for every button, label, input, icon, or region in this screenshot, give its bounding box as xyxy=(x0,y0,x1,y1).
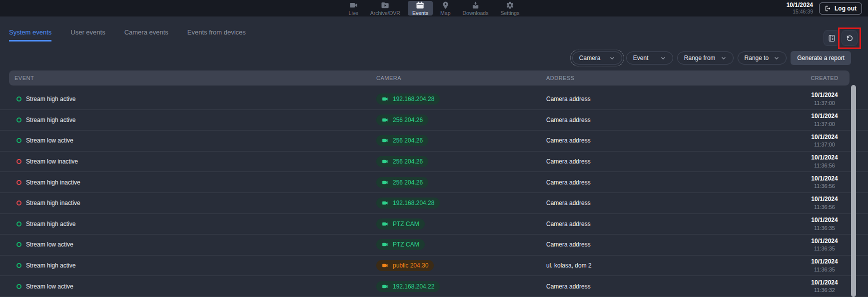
created-cell: 10/1/2024 11:36:56 xyxy=(790,152,860,172)
table-row[interactable]: Stream low inactive 256 204.26 Camera ad… xyxy=(0,152,868,172)
tab-user-events[interactable]: User events xyxy=(70,28,105,42)
event-cell: Stream high active xyxy=(16,110,75,130)
camera-cell: 256 204.26 xyxy=(376,152,428,172)
camera-name: 256 204.26 xyxy=(393,179,423,186)
map-pin-icon xyxy=(441,1,450,10)
camera-address: Camera address xyxy=(546,193,591,214)
nav-item-downloads[interactable]: Downloads xyxy=(458,0,493,16)
nav-item-events[interactable]: Events xyxy=(408,1,433,16)
table-row[interactable]: Stream low active 192.168.204.22 Camera … xyxy=(0,276,868,297)
table-row[interactable]: Stream low active 256 204.26 Camera addr… xyxy=(0,130,868,152)
camera-badge[interactable]: PTZ CAM xyxy=(376,239,425,250)
current-date: 10/1/2024 xyxy=(787,2,813,8)
table-row[interactable]: Stream high inactive 256 204.26 Camera a… xyxy=(0,172,868,193)
report-view-button[interactable] xyxy=(824,30,840,46)
table-row[interactable]: Stream high active 256 204.26 Camera add… xyxy=(0,110,868,131)
created-cell: 10/1/2024 11:36:32 xyxy=(790,276,860,296)
nav-label: Live xyxy=(349,10,358,16)
camera-name: 192.168.204.28 xyxy=(393,96,434,102)
camera-badge[interactable]: public 204.30 xyxy=(376,260,434,271)
range-from-label: Range from xyxy=(684,54,716,62)
created-date: 10/1/2024 xyxy=(811,196,838,204)
nav-item-live[interactable]: Live xyxy=(344,0,363,16)
created-time: 11:36:56 xyxy=(814,162,835,169)
logout-label: Log out xyxy=(835,5,857,12)
table-row[interactable]: Stream high active 192.168.204.28 Camera… xyxy=(0,89,868,110)
camera-badge[interactable]: PTZ CAM xyxy=(376,218,425,230)
nav-item-archive-dvr[interactable]: Archive/DVR xyxy=(366,0,405,16)
logout-icon xyxy=(825,5,832,12)
logout-button[interactable]: Log out xyxy=(819,2,862,14)
table-header: EVENT CAMERA ADDRESS CREATED xyxy=(9,70,850,86)
camera-cell: 256 204.26 xyxy=(376,130,428,151)
nav-item-settings[interactable]: Settings xyxy=(496,0,524,16)
refresh-button[interactable] xyxy=(842,30,858,46)
event-filter-label: Event xyxy=(633,54,649,62)
camera-name: public 204.30 xyxy=(393,262,428,269)
camera-badge[interactable]: 192.168.204.28 xyxy=(376,198,440,208)
event-filter-dropdown[interactable]: Event xyxy=(626,52,673,64)
camera-filter-label: Camera xyxy=(579,54,601,62)
created-date: 10/1/2024 xyxy=(811,92,838,100)
camera-name: PTZ CAM xyxy=(393,220,419,228)
event-cell: Stream high active xyxy=(16,256,75,276)
camera-address: Camera address xyxy=(546,276,591,296)
camera-cell: PTZ CAM xyxy=(376,234,425,255)
camera-address: Camera address xyxy=(546,152,591,172)
range-to-dropdown[interactable]: Range to xyxy=(738,52,787,64)
camera-address: Camera address xyxy=(546,89,591,110)
status-icon xyxy=(16,242,21,247)
camera-cell: 192.168.204.28 xyxy=(376,89,440,110)
table-row[interactable]: Stream low active PTZ CAM Camera address… xyxy=(0,234,868,256)
camera-name: 256 204.26 xyxy=(393,158,423,165)
created-cell: 10/1/2024 11:37:00 xyxy=(790,130,860,151)
camera-name: 256 204.26 xyxy=(393,116,423,124)
camera-badge[interactable]: 192.168.204.22 xyxy=(376,281,440,292)
created-time: 11:37:00 xyxy=(814,100,835,106)
tab-camera-events[interactable]: Camera events xyxy=(124,28,168,42)
chevron-down-icon xyxy=(609,55,615,61)
camera-name: 192.168.204.22 xyxy=(393,283,434,290)
tab-system-events[interactable]: System events xyxy=(9,28,51,42)
topbar-right: 10/1/2024 15:46:39 Log out xyxy=(787,0,862,16)
camera-address: Camera address xyxy=(546,234,591,255)
camera-name: 192.168.204.28 xyxy=(393,200,434,206)
camera-badge[interactable]: 256 204.26 xyxy=(376,135,428,146)
tab-events-from-devices[interactable]: Events from devices xyxy=(187,28,246,42)
camera-cell: 192.168.204.28 xyxy=(376,193,440,214)
created-date: 10/1/2024 xyxy=(811,134,838,142)
table-body: Stream high active 192.168.204.28 Camera… xyxy=(0,89,868,297)
status-icon xyxy=(16,138,21,143)
nav-item-map[interactable]: Map xyxy=(436,0,455,16)
camera-icon xyxy=(382,137,389,144)
camera-filter-dropdown[interactable]: Camera xyxy=(572,52,622,64)
event-cell: Stream high active xyxy=(16,214,75,234)
refresh-icon xyxy=(846,34,854,42)
event-cell: Stream low inactive xyxy=(16,152,78,172)
filters-row: Camera Event Range from Range to Generat… xyxy=(0,48,868,68)
download-icon xyxy=(471,1,480,10)
gear-icon xyxy=(506,1,514,10)
camera-badge[interactable]: 256 204.26 xyxy=(376,156,428,167)
nav-label: Archive/DVR xyxy=(370,10,400,16)
range-to-label: Range to xyxy=(745,54,769,62)
range-from-dropdown[interactable]: Range from xyxy=(677,52,734,64)
created-time: 11:36:35 xyxy=(814,245,835,252)
camera-icon xyxy=(382,179,389,186)
camera-badge[interactable]: 256 204.26 xyxy=(376,114,428,126)
column-header-address: ADDRESS xyxy=(546,70,575,86)
vertical-scrollbar-thumb[interactable] xyxy=(851,85,856,297)
generate-report-button[interactable]: Generate a report xyxy=(791,51,851,65)
created-cell: 10/1/2024 11:36:35 xyxy=(790,234,860,255)
camera-badge[interactable]: 256 204.26 xyxy=(376,177,428,188)
created-cell: 10/1/2024 11:36:35 xyxy=(790,214,860,234)
camera-cell: 192.168.204.22 xyxy=(376,276,440,296)
camera-badge[interactable]: 192.168.204.28 xyxy=(376,94,440,104)
table-row[interactable]: Stream high active public 204.30 ul. kol… xyxy=(0,256,868,276)
created-time: 11:36:35 xyxy=(814,266,835,273)
table-row[interactable]: Stream high active PTZ CAM Camera addres… xyxy=(0,214,868,235)
status-icon xyxy=(16,200,21,206)
table-row[interactable]: Stream high inactive 192.168.204.28 Came… xyxy=(0,193,868,214)
created-date: 10/1/2024 xyxy=(811,175,838,183)
event-name: Stream low active xyxy=(26,283,73,290)
